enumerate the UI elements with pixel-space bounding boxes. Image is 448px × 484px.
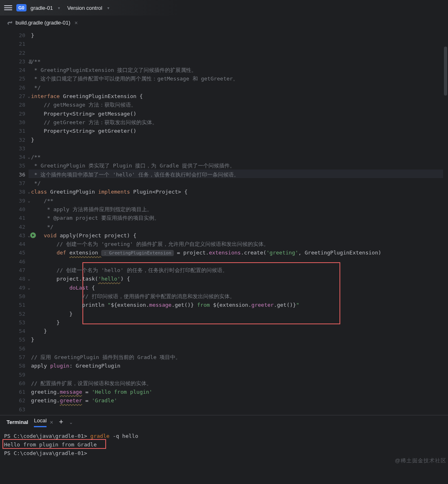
code-line[interactable]: /** <box>31 196 448 205</box>
title-bar: G0 gradle-01 ▾ Version control ▾ <box>0 0 448 16</box>
gutter-row: 20 <box>0 31 29 40</box>
gutter-row: 63 <box>0 405 29 414</box>
gutter-row: 41 <box>0 214 29 222</box>
gutter-row: 42 <box>0 223 29 231</box>
gutter-row: 45 <box>0 248 29 257</box>
gutter-row: 55 <box>0 335 29 344</box>
gutter-row: 31 <box>0 127 29 135</box>
code-line[interactable]: Property<String> getGreeter() <box>31 127 448 135</box>
terminal-tab-bar: Terminal Local × + ⌄ <box>0 415 448 429</box>
terminal-output[interactable]: PS C:\code\java\gradle-01> gradle -q hel… <box>0 429 448 460</box>
code-line[interactable]: project.task('hello') { <box>31 274 448 283</box>
close-icon[interactable]: × <box>50 419 53 426</box>
code-line[interactable]: println "${extension.message.get()} from… <box>31 301 448 309</box>
project-name[interactable]: gradle-01 <box>31 5 53 11</box>
code-line[interactable]: * apply 方法将插件应用到指定的项目上。 <box>31 205 448 214</box>
gutter-row: 56 <box>0 344 29 353</box>
code-line[interactable] <box>31 405 448 414</box>
gutter-row: 58 <box>0 361 29 370</box>
code-line[interactable]: * @param project 要应用插件的项目实例。 <box>31 214 448 222</box>
code-line[interactable]: /** <box>31 57 448 66</box>
code-line[interactable]: */ <box>31 83 448 92</box>
chevron-down-icon[interactable]: ▾ <box>58 6 60 10</box>
editor-tab-bar: build.gradle (gradle-01) × <box>0 16 448 30</box>
gutter-row: 53 <box>0 318 29 327</box>
code-line[interactable]: /** <box>31 153 448 161</box>
close-icon[interactable]: × <box>74 20 78 26</box>
code-line[interactable]: def extension : GreetingPluginExtension … <box>31 248 448 257</box>
code-content[interactable]: }/** * GreetingPluginExtension 接口定义了问候插件… <box>29 30 448 415</box>
code-line[interactable]: * GreetingPluginExtension 接口定义了问候插件的扩展属性… <box>31 66 448 74</box>
tab-filename: build.gradle (gradle-01) <box>16 20 70 26</box>
code-line[interactable]: * 这个接口规定了插件配置中可以使用的两个属性：getMessage 和 get… <box>31 74 448 83</box>
code-line[interactable] <box>31 370 448 379</box>
gutter-row: 21 <box>0 40 29 48</box>
code-line[interactable]: doLast { <box>31 283 448 292</box>
code-line[interactable]: // getMessage 方法：获取问候语。 <box>31 100 448 109</box>
code-editor[interactable]: 20212223⌄24252627⌄28293031323334⌄3536373… <box>0 30 448 415</box>
gutter-row: 59 <box>0 370 29 379</box>
gutter-row: 36 <box>0 170 29 179</box>
code-line[interactable] <box>31 257 448 266</box>
gutter-row: 23⌄ <box>0 57 29 66</box>
gutter-row: 51 <box>0 301 29 309</box>
chevron-down-icon[interactable]: ⌄ <box>69 419 73 425</box>
terminal-tab-local[interactable]: Local <box>34 417 47 427</box>
code-line[interactable]: */ <box>31 179 448 187</box>
code-line[interactable]: // 创建一个名为 'hello' 的任务，任务执行时会打印配置的问候语。 <box>31 266 448 274</box>
code-line[interactable] <box>31 49 448 57</box>
code-line[interactable]: * 这个插件向项目中添加了一个 'hello' 任务，该任务在执行时会打印一条问… <box>31 170 448 179</box>
gutter-row: 57 <box>0 353 29 361</box>
terminal-panel: Terminal Local × + ⌄ PS C:\code\java\gra… <box>0 415 448 484</box>
plus-icon[interactable]: + <box>59 418 63 426</box>
gutter-row: 49⌄ <box>0 283 29 292</box>
code-line[interactable]: // 打印问候语，使用插件扩展中配置的消息和发出问候的实体。 <box>31 292 448 301</box>
code-line[interactable]: // 应用 GreetingPlugin 插件到当前的 Gradle 项目中。 <box>31 353 448 361</box>
gutter-row: 38⌄ <box>0 187 29 196</box>
gutter-row: 43⌄ <box>0 231 29 240</box>
gutter-row: 62 <box>0 396 29 405</box>
gutter-row: 34⌄ <box>0 153 29 161</box>
watermark: @稀土掘金技术社区 <box>395 457 446 464</box>
chevron-down-icon[interactable]: ▾ <box>107 6 109 10</box>
version-control-menu[interactable]: Version control <box>67 5 102 11</box>
gutter-row: 26 <box>0 83 29 92</box>
code-line[interactable]: greeting.greeter = 'Gradle' <box>31 396 448 405</box>
gutter-row: 40 <box>0 205 29 214</box>
code-line[interactable] <box>31 40 448 48</box>
terminal-title[interactable]: Terminal <box>7 419 28 425</box>
code-line[interactable]: apply plugin: GreetingPlugin <box>31 361 448 370</box>
code-line[interactable]: } <box>31 310 448 318</box>
gutter-row: 47 <box>0 266 29 274</box>
gutter-row: 46 <box>0 257 29 266</box>
code-line[interactable]: */ <box>31 223 448 231</box>
gradle-file-icon <box>7 20 13 26</box>
code-line[interactable] <box>31 144 448 153</box>
editor-tab[interactable]: build.gradle (gradle-01) × <box>4 18 80 28</box>
code-line[interactable]: interface GreetingPluginExtension { <box>31 92 448 100</box>
gutter-row: 22 <box>0 49 29 57</box>
gutter-row: 33 <box>0 144 29 153</box>
code-line[interactable]: // 配置插件扩展，设置问候语和发出问候的实体。 <box>31 379 448 388</box>
gutter-row: 48⌄ <box>0 274 29 283</box>
code-line[interactable]: } <box>31 335 448 344</box>
code-line[interactable]: * GreetingPlugin 类实现了 Plugin 接口，为 Gradle… <box>31 161 448 170</box>
code-line[interactable]: class GreetingPlugin implements Plugin<P… <box>31 187 448 196</box>
code-line[interactable]: void apply(Project project) { <box>31 231 448 240</box>
code-line[interactable]: } <box>31 327 448 335</box>
code-line[interactable]: } <box>31 318 448 327</box>
gutter-row: 61 <box>0 388 29 396</box>
gutter-row: 37 <box>0 179 29 187</box>
code-line[interactable]: greeting.message = 'Hello from plugin' <box>31 388 448 396</box>
code-line[interactable]: // getGreeter 方法：获取发出问候的实体。 <box>31 118 448 127</box>
gutter-row: 44 <box>0 240 29 248</box>
code-line[interactable]: // 创建一个名为 'greeting' 的插件扩展，允许用户自定义问候语和发出… <box>31 240 448 248</box>
code-line[interactable]: Property<String> getMessage() <box>31 109 448 118</box>
hamburger-icon[interactable] <box>4 4 12 12</box>
gutter-row: 28 <box>0 100 29 109</box>
code-line[interactable]: } <box>31 136 448 144</box>
code-line[interactable]: } <box>31 31 448 40</box>
code-line[interactable] <box>31 344 448 353</box>
gutter-row: 60 <box>0 379 29 388</box>
gutter-row: 30 <box>0 118 29 127</box>
